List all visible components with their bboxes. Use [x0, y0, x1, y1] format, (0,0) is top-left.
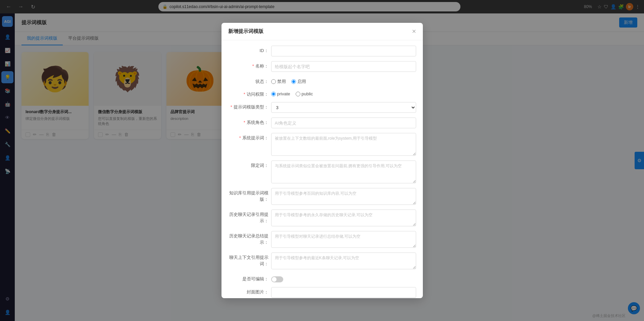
field-input-cover[interactable] — [271, 287, 416, 298]
field-label-access: 访问权限： — [228, 89, 268, 97]
field-textarea-history-summary[interactable] — [271, 231, 416, 248]
field-input-system-role[interactable] — [271, 118, 416, 128]
field-toggle-editable[interactable] — [271, 276, 283, 282]
field-input-id[interactable] — [271, 46, 416, 56]
field-label-system-prompt: 系统提示词： — [228, 133, 268, 141]
modal-header: 新增提示词模版 ✕ — [221, 23, 423, 40]
form-row-editable: 是否可编辑： — [228, 274, 416, 282]
access-public-label: public — [302, 91, 313, 96]
modal-body: ID： 名称： 状态： 禁用 启用 — [221, 40, 423, 298]
status-enable-option[interactable]: 启用 — [291, 79, 306, 85]
field-label-editable: 是否可编辑： — [228, 274, 268, 282]
status-disable-radio[interactable] — [271, 79, 276, 84]
form-row-cover: 封面图片： — [228, 287, 416, 298]
access-public-option[interactable]: public — [296, 91, 313, 96]
form-row-system-role: 系统角色： — [228, 118, 416, 128]
modal-title: 新增提示词模版 — [228, 28, 263, 35]
form-row-context-prompt: 聊天上下文引用提示词： — [228, 253, 416, 269]
form-row-history-prompt: 历史聊天记录引用提示： — [228, 210, 416, 226]
field-label-status: 状态： — [228, 77, 268, 85]
field-textarea-context-prompt[interactable] — [271, 253, 416, 269]
form-row-history-summary: 历史聊天记录总结提示： — [228, 231, 416, 248]
status-disable-option[interactable]: 禁用 — [271, 79, 286, 85]
modal-create-template: 新增提示词模版 ✕ ID： 名称： 状态： 禁用 — [221, 23, 423, 298]
field-select-template-type[interactable]: 1 2 3 4 — [271, 102, 416, 113]
field-label-context-prompt: 聊天上下文引用提示词： — [228, 253, 268, 267]
field-textarea-system-prompt[interactable] — [271, 133, 416, 156]
form-row-constraint: 限定词： — [228, 160, 416, 183]
modal-close-button[interactable]: ✕ — [412, 29, 416, 34]
field-label-history-prompt: 历史聊天记录引用提示： — [228, 210, 268, 224]
field-label-name: 名称： — [228, 61, 268, 69]
form-row-status: 状态： 禁用 启用 — [228, 77, 416, 85]
modal-overlay: 新增提示词模版 ✕ ID： 名称： 状态： 禁用 — [0, 0, 644, 321]
field-label-history-summary: 历史聊天记录总结提示： — [228, 231, 268, 245]
status-radio-group: 禁用 启用 — [271, 77, 306, 85]
field-label-cover: 封面图片： — [228, 287, 268, 295]
field-input-name[interactable] — [271, 61, 416, 72]
field-label-template-type: 提示词模版类型： — [228, 102, 268, 110]
field-label-id: ID： — [228, 46, 268, 54]
status-enable-label: 启用 — [297, 79, 306, 85]
access-private-option[interactable]: private — [271, 91, 290, 96]
status-enable-radio[interactable] — [291, 79, 296, 84]
form-row-name: 名称： — [228, 61, 416, 72]
field-textarea-history-prompt[interactable] — [271, 210, 416, 226]
form-row-id: ID： — [228, 46, 416, 56]
form-row-template-type: 提示词模版类型： 1 2 3 4 — [228, 102, 416, 113]
access-private-label: private — [277, 91, 290, 96]
field-label-constraint: 限定词： — [228, 160, 268, 169]
field-textarea-constraint[interactable] — [271, 160, 416, 183]
access-radio-group: private public — [271, 89, 313, 96]
form-row-system-prompt: 系统提示词： — [228, 133, 416, 156]
form-row-access: 访问权限： private public — [228, 89, 416, 97]
access-private-radio[interactable] — [271, 92, 276, 96]
field-textarea-knowledge-prompt[interactable] — [271, 188, 416, 205]
field-label-system-role: 系统角色： — [228, 118, 268, 126]
field-label-knowledge-prompt: 知识库引用提示词模版： — [228, 188, 268, 202]
access-public-radio[interactable] — [296, 92, 300, 96]
form-row-knowledge-prompt: 知识库引用提示词模版： — [228, 188, 416, 205]
status-disable-label: 禁用 — [277, 79, 286, 85]
